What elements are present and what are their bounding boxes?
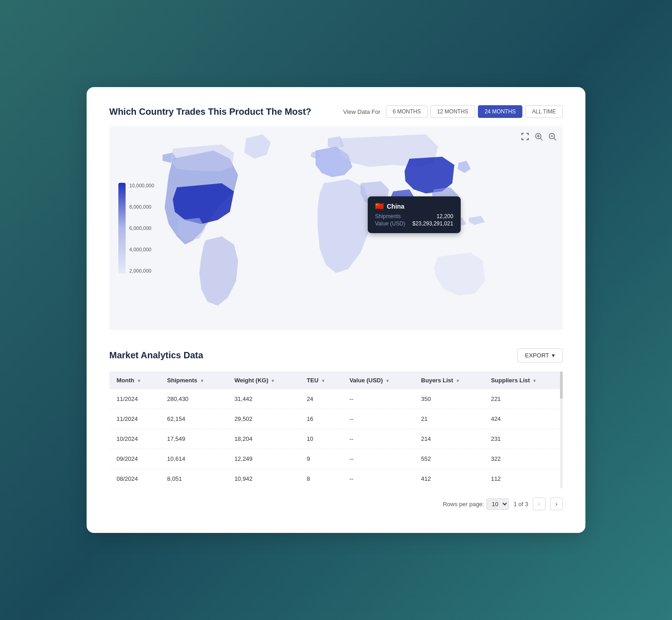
period-24months-btn[interactable]: 24 MONTHS	[478, 105, 523, 118]
zoom-in-icon[interactable]	[534, 132, 544, 144]
prev-page-btn[interactable]: ‹	[533, 498, 545, 510]
period-alltime-btn[interactable]: ALL TIME	[525, 105, 563, 118]
svg-rect-5	[521, 138, 522, 140]
cell-buyers-0[interactable]: 350	[414, 389, 484, 409]
legend-value-2: 8,000,000	[129, 204, 154, 210]
export-label: EXPORT	[525, 352, 549, 359]
cell-value-2: --	[342, 429, 414, 449]
cell-weight-1: 29,502	[227, 409, 300, 429]
cell-buyers-2[interactable]: 214	[414, 429, 484, 449]
table-body: 11/2024 280,430 31,442 24 -- 350 221 11/…	[109, 389, 563, 488]
table-row: 08/2024 8,051 10,942 8 -- 412 112	[109, 469, 563, 489]
tooltip-value-row: Value (USD) $23,293,291,021	[375, 220, 453, 227]
cell-teu-1: 16	[299, 409, 342, 429]
cell-teu-2: 10	[299, 429, 342, 449]
legend-value-3: 6,000,000	[129, 225, 154, 231]
table-wrapper: Month ▾ Shipments ▾ Weight (KG) ▾ TEU ▾ …	[109, 371, 563, 488]
cell-value-1: --	[342, 409, 414, 429]
cell-shipments-1: 62,154	[160, 409, 227, 429]
col-suppliers[interactable]: Suppliers List ▾	[484, 371, 563, 389]
tooltip-country: 🇨🇳 China	[375, 202, 453, 210]
col-teu[interactable]: TEU ▾	[299, 371, 342, 389]
scrollbar-thumb[interactable]	[560, 371, 563, 399]
legend-value-4: 4,000,000	[129, 247, 154, 252]
cell-value-3: --	[342, 449, 414, 469]
export-chevron-icon: ▾	[552, 352, 555, 359]
analytics-title: Market Analytics Data	[109, 350, 203, 361]
cell-shipments-3: 10,614	[160, 449, 227, 469]
main-card: Which Country Trades This Product The Mo…	[87, 87, 585, 533]
table-header-row: Month ▾ Shipments ▾ Weight (KG) ▾ TEU ▾ …	[109, 371, 563, 389]
month-sort-icon: ▾	[138, 378, 140, 383]
cell-month-1: 11/2024	[109, 409, 160, 429]
next-page-btn[interactable]: ›	[550, 498, 563, 510]
cell-teu-0: 24	[299, 389, 342, 409]
svg-rect-3	[528, 133, 529, 135]
map-container: 10,000,000 8,000,000 6,000,000 4,000,000…	[109, 126, 563, 330]
cell-shipments-2: 17,549	[160, 429, 227, 449]
svg-rect-1	[521, 133, 522, 135]
cell-month-2: 10/2024	[109, 429, 160, 449]
analytics-header: Market Analytics Data EXPORT ▾	[109, 348, 563, 362]
cell-weight-3: 12,249	[227, 449, 300, 469]
world-map-svg	[109, 126, 563, 330]
zoom-out-icon[interactable]	[547, 132, 557, 144]
cell-suppliers-0[interactable]: 221	[484, 389, 563, 409]
period-6months-btn[interactable]: 6 MONTHS	[386, 105, 428, 118]
period-12months-btn[interactable]: 12 MONTHS	[430, 105, 475, 118]
view-data-label: View Data For	[343, 108, 380, 115]
svg-rect-7	[528, 138, 529, 140]
tooltip-flag: 🇨🇳	[375, 202, 384, 210]
cell-suppliers-1[interactable]: 424	[484, 409, 563, 429]
cell-value-4: --	[342, 469, 414, 489]
cell-suppliers-3[interactable]: 322	[484, 449, 563, 469]
scrollbar-track[interactable]	[560, 371, 563, 488]
tooltip-shipments-label: Shipments	[375, 213, 401, 220]
cell-buyers-4[interactable]: 412	[414, 469, 484, 489]
suppliers-sort-icon: ▾	[533, 378, 536, 383]
rows-per-page-select[interactable]: 10 20 50	[487, 498, 509, 510]
col-shipments[interactable]: Shipments ▾	[160, 371, 227, 389]
cell-suppliers-2[interactable]: 231	[484, 429, 563, 449]
cell-shipments-4: 8,051	[160, 469, 227, 489]
teu-sort-icon: ▾	[322, 378, 324, 383]
cell-shipments-0: 280,430	[160, 389, 227, 409]
tooltip-usd-value: $23,293,291,021	[412, 220, 453, 227]
table-row: 11/2024 280,430 31,442 24 -- 350 221	[109, 389, 563, 409]
cell-month-0: 11/2024	[109, 389, 160, 409]
table-row: 09/2024 10,614 12,249 9 -- 552 322	[109, 449, 563, 469]
buyers-sort-icon: ▾	[457, 378, 459, 383]
col-month[interactable]: Month ▾	[109, 371, 160, 389]
cell-month-4: 08/2024	[109, 469, 160, 489]
tooltip-shipments-row: Shipments 12,200	[375, 213, 453, 220]
svg-line-13	[554, 138, 556, 140]
cell-buyers-1[interactable]: 21	[414, 409, 484, 429]
shipments-sort-icon: ▾	[201, 378, 203, 383]
map-legend: 10,000,000 8,000,000 6,000,000 4,000,000…	[118, 183, 154, 273]
expand-icon[interactable]	[520, 132, 530, 144]
col-value-usd[interactable]: Value (USD) ▾	[342, 371, 414, 389]
col-weight[interactable]: Weight (KG) ▾	[227, 371, 300, 389]
value-sort-icon: ▾	[386, 378, 389, 383]
cell-value-0: --	[342, 389, 414, 409]
tooltip-country-name: China	[387, 203, 404, 210]
pagination: Rows per page: 10 20 50 1 of 3 ‹ ›	[109, 498, 563, 510]
map-header: Which Country Trades This Product The Mo…	[109, 105, 563, 118]
data-table: Month ▾ Shipments ▾ Weight (KG) ▾ TEU ▾ …	[109, 371, 563, 488]
map-title: Which Country Trades This Product The Mo…	[109, 107, 312, 117]
rows-per-page-label: Rows per page:	[443, 501, 484, 508]
view-data-for: View Data For 6 MONTHS 12 MONTHS 24 MONT…	[343, 105, 563, 118]
cell-buyers-3[interactable]: 552	[414, 449, 484, 469]
legend-value-1: 10,000,000	[129, 183, 154, 188]
svg-line-9	[541, 138, 542, 140]
tooltip-shipments-value: 12,200	[437, 213, 453, 220]
cell-teu-4: 8	[299, 469, 342, 489]
cell-weight-0: 31,442	[227, 389, 300, 409]
page-info: 1 of 3	[513, 501, 528, 508]
legend-value-5: 2,000,000	[129, 268, 154, 273]
cell-month-3: 09/2024	[109, 449, 160, 469]
cell-weight-2: 18,204	[227, 429, 300, 449]
col-buyers[interactable]: Buyers List ▾	[414, 371, 484, 389]
cell-suppliers-4[interactable]: 112	[484, 469, 563, 489]
export-button[interactable]: EXPORT ▾	[517, 348, 563, 362]
